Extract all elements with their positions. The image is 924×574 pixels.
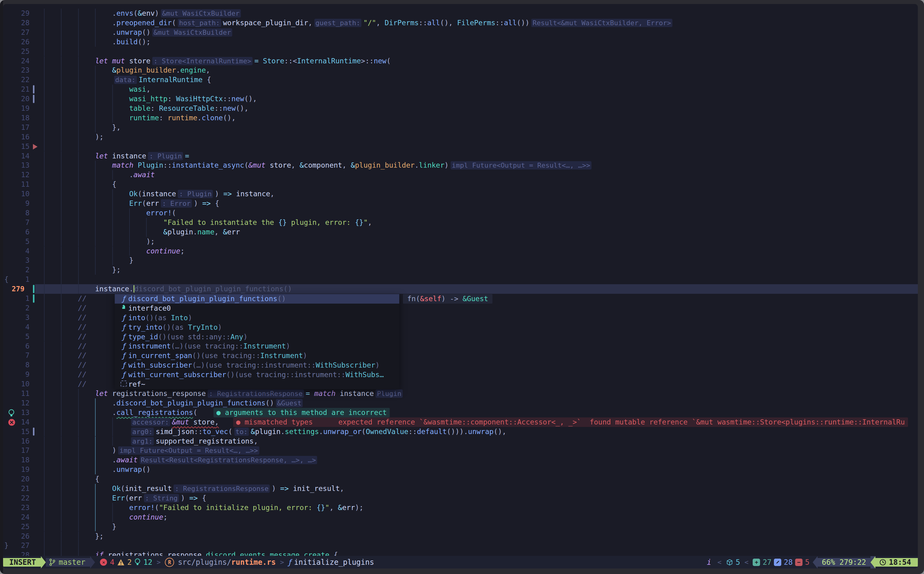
- code-line-row[interactable]: 26};: [3, 531, 918, 541]
- completion-item[interactable]: interface0: [115, 304, 399, 313]
- code-line-text[interactable]: .await: [44, 170, 155, 180]
- code-line-text[interactable]: let registrations_response: Registration…: [44, 389, 404, 399]
- code-line-row[interactable]: 29.envs(&env)&mut WasiCtxBuilder: [3, 9, 918, 18]
- code-line-row[interactable]: 22data:InternalRuntime {: [3, 75, 918, 85]
- code-area[interactable]: 29.envs(&env)&mut WasiCtxBuilder28.preop…: [3, 4, 918, 556]
- completion-item[interactable]: ƒwith_subscriber(…)(use tracing::instrum…: [115, 361, 399, 370]
- code-line-row[interactable]: 1{: [3, 275, 918, 284]
- code-line-text[interactable]: error!("Failed to initialize plugin, err…: [44, 503, 364, 512]
- code-line-row[interactable]: 23error!("Failed to initialize plugin, e…: [3, 503, 918, 512]
- code-line-text[interactable]: //: [44, 341, 87, 351]
- code-line-row[interactable]: 15arg0:simd_json::to_vec(to:&plugin.sett…: [3, 427, 918, 437]
- completion-item[interactable]: ƒtry_into()(as TryInto): [115, 323, 399, 332]
- code-line-row[interactable]: 16);: [3, 132, 918, 142]
- code-line-text[interactable]: //: [44, 294, 87, 303]
- code-line-row[interactable]: 26.build();: [3, 37, 918, 47]
- code-line-text[interactable]: error!(: [44, 208, 176, 218]
- lightbulb-sign-icon[interactable]: [8, 409, 16, 416]
- code-line-row[interactable]: 22Err(err: String) => {: [3, 494, 918, 503]
- code-line-text[interactable]: .preopened_dir(host_path:workspace_plugi…: [44, 18, 674, 28]
- code-line-text[interactable]: {: [44, 180, 116, 189]
- completion-item[interactable]: ƒwith_current_subscriber()(use tracing::…: [115, 370, 399, 380]
- code-line-row[interactable]: 13.call_registrations(● arguments to thi…: [3, 408, 918, 418]
- code-line-text[interactable]: {: [44, 474, 99, 484]
- git-stats[interactable]: + 27 28 − 5: [753, 558, 809, 567]
- code-line-text[interactable]: runtime: runtime.clone(),: [44, 113, 236, 123]
- code-line-text[interactable]: }: [44, 522, 116, 531]
- code-line-row[interactable]: 16arg1:supported_registrations,: [3, 437, 918, 446]
- diagnostics-summary[interactable]: ✕ 4 2 12: [100, 558, 152, 567]
- code-line-row[interactable]: 14accessor:&mut store,● mismatched types…: [3, 418, 918, 427]
- code-line-text[interactable]: "Failed to instantiate the {} plugin, er…: [44, 218, 372, 227]
- code-line-row[interactable]: 20{: [3, 474, 918, 484]
- file-name[interactable]: runtime.rs: [231, 558, 276, 567]
- code-line-row[interactable]: 6&plugin.name, &err: [3, 227, 918, 237]
- code-line-text[interactable]: let mut store: Store<InternalRuntime>= S…: [44, 56, 391, 66]
- code-line-row[interactable]: 21Ok(init_result: RegistrationsResponse)…: [3, 484, 918, 494]
- git-branch[interactable]: master: [46, 558, 90, 567]
- completion-item[interactable]: ƒdiscord_bot_plugin_plugin_functions(): [115, 294, 399, 304]
- code-line-row[interactable]: 18runtime: runtime.clone(),: [3, 113, 918, 123]
- code-line-text[interactable]: &plugin.name, &err: [44, 227, 240, 237]
- code-line-row[interactable]: 27}: [3, 541, 918, 550]
- code-line-text[interactable]: wasi,: [44, 85, 150, 94]
- code-line-row[interactable]: 5);: [3, 237, 918, 246]
- code-line-text[interactable]: };: [44, 531, 104, 541]
- code-line-row[interactable]: 8error!(: [3, 208, 918, 218]
- code-line-text[interactable]: );: [44, 132, 104, 142]
- code-line-row[interactable]: 2};: [3, 265, 918, 275]
- code-line-row[interactable]: 24let mut store: Store<InternalRuntime>=…: [3, 56, 918, 66]
- code-line-text[interactable]: table: ResourceTable::new(),: [44, 104, 249, 113]
- code-line-text[interactable]: continue;: [44, 246, 184, 256]
- code-line-row[interactable]: 11let registrations_response: Registrati…: [3, 389, 918, 398]
- symbol-name[interactable]: initialize_plugins: [294, 558, 374, 567]
- code-line-row[interactable]: 3}: [3, 255, 918, 265]
- code-line-row[interactable]: 23&plugin_builder.engine,: [3, 66, 918, 75]
- code-line-text[interactable]: //: [44, 322, 87, 332]
- completion-item[interactable]: ref~: [115, 380, 399, 389]
- code-line-text[interactable]: Ok(init_result: RegistrationsResponse) =…: [44, 484, 344, 494]
- code-line-text[interactable]: &plugin_builder.engine,: [44, 66, 210, 75]
- code-line-text[interactable]: Err(err: Error) => {: [44, 199, 219, 208]
- completion-item[interactable]: ƒinstrument(…)(use tracing::Instrument): [115, 341, 399, 351]
- code-line-row[interactable]: 19table: ResourceTable::new(),: [3, 104, 918, 113]
- code-line-row[interactable]: 19.unwrap(): [3, 465, 918, 474]
- code-line-text[interactable]: .awaitResult<Result<RegistrationsRespons…: [44, 455, 319, 465]
- code-line-text[interactable]: let instance: Plugin=: [44, 151, 189, 161]
- code-line-text[interactable]: .envs(&env)&mut WasiCtxBuilder: [44, 9, 243, 19]
- code-line-row[interactable]: 17)impl Future<Output = Result<…, …>>: [3, 446, 918, 455]
- code-line-text[interactable]: );: [44, 237, 155, 246]
- code-line-row[interactable]: 28.preopened_dir(host_path:workspace_plu…: [3, 18, 918, 28]
- code-line-text[interactable]: };: [44, 265, 121, 275]
- code-line-row[interactable]: 4continue;: [3, 246, 918, 256]
- code-line-row[interactable]: 15: [3, 142, 918, 151]
- code-line-text[interactable]: //: [44, 303, 87, 313]
- code-line-row[interactable]: 14let instance: Plugin=: [3, 151, 918, 161]
- code-line-text[interactable]: .unwrap()&mut WasiCtxBuilder: [44, 28, 234, 38]
- code-line-row[interactable]: 25}: [3, 522, 918, 531]
- code-line-text[interactable]: accessor:&mut store,● mismatched types e…: [44, 418, 908, 427]
- code-line-row[interactable]: 279instance.discord_bot_plugin_plugin_fu…: [3, 284, 918, 294]
- code-line-text[interactable]: wasi_http: WasiHttpCtx::new(),: [44, 94, 257, 104]
- code-line-row[interactable]: 12.await: [3, 170, 918, 180]
- code-line-row[interactable]: 11{: [3, 180, 918, 189]
- code-line-row[interactable]: 12.discord_bot_plugin_plugin_functions()…: [3, 398, 918, 408]
- code-line-text[interactable]: data:InternalRuntime {: [44, 75, 211, 85]
- code-line-text[interactable]: Err(err: String) => {: [44, 494, 207, 503]
- code-line-text[interactable]: .build();: [44, 37, 150, 47]
- code-line-row[interactable]: 17},: [3, 123, 918, 132]
- code-line-text[interactable]: //: [44, 332, 87, 341]
- code-line-row[interactable]: 13match Plugin::instantiate_async(&mut s…: [3, 161, 918, 170]
- code-line-text[interactable]: //: [44, 370, 87, 379]
- code-line-text[interactable]: Ok(instance: Plugin) => instance,: [44, 189, 274, 199]
- code-line-text[interactable]: //: [44, 313, 87, 322]
- code-line-row[interactable]: 28if registrations_response.discord_even…: [3, 550, 918, 556]
- code-line-text[interactable]: .unwrap(): [44, 465, 150, 474]
- code-line-text[interactable]: .discord_bot_plugin_plugin_functions()&G…: [44, 398, 304, 408]
- code-line-row[interactable]: 25: [3, 47, 918, 56]
- code-line-row[interactable]: 24continue;: [3, 512, 918, 522]
- code-line-text[interactable]: //: [44, 379, 87, 389]
- completion-item[interactable]: ƒtype_id()(use std::any::Any): [115, 332, 399, 342]
- code-line-row[interactable]: 10Ok(instance: Plugin) => instance,: [3, 189, 918, 199]
- code-line-text[interactable]: //: [44, 360, 87, 370]
